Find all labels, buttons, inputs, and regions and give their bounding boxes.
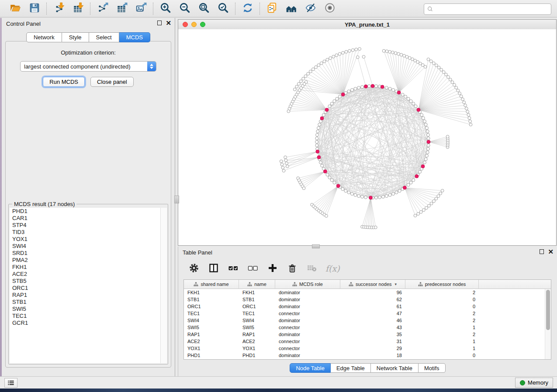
close-table-panel-icon[interactable]: ✕ — [548, 249, 554, 254]
export-table-button[interactable] — [114, 2, 129, 16]
cell-MCDS-role[interactable]: dominator — [275, 289, 340, 296]
mcds-node-item[interactable]: STB5 — [10, 278, 160, 285]
cell-predecessor-nodes[interactable]: 2 — [405, 289, 479, 296]
cell-MCDS-role[interactable]: connector — [275, 310, 340, 317]
vertical-splitter-handle[interactable] — [174, 196, 179, 203]
tab-network-table[interactable]: Network Table — [371, 363, 419, 373]
mcds-node-item[interactable]: CAR1 — [10, 215, 160, 222]
window-close-icon[interactable] — [183, 22, 188, 27]
tab-style[interactable]: Style — [62, 32, 89, 42]
network-window-titlebar[interactable]: YPA_prune.txt_1 — [178, 20, 556, 30]
show-columns-button[interactable] — [208, 262, 220, 275]
table-row[interactable]: FKH1FKH1dominator962 — [184, 289, 551, 296]
cell-MCDS-role[interactable]: connector — [275, 338, 340, 345]
show-all-button[interactable] — [322, 2, 337, 16]
task-history-button[interactable] — [4, 378, 17, 388]
delete-column-button[interactable] — [286, 262, 298, 275]
cell-MCDS-role[interactable]: dominator — [275, 303, 340, 310]
mcds-node-item[interactable]: RAP1 — [10, 292, 160, 299]
mcds-node-item[interactable]: GCR1 — [10, 320, 160, 327]
cell-shared-name[interactable]: SWI4 — [184, 317, 239, 324]
cell-shared-name[interactable]: YOX1 — [184, 345, 239, 352]
table-scrollbar-thumb[interactable] — [546, 290, 550, 330]
memory-button[interactable]: Memory — [515, 378, 553, 388]
cell-shared-name[interactable]: ORC1 — [184, 303, 239, 310]
close-panel-icon[interactable]: ✕ — [166, 21, 171, 25]
mcds-node-item[interactable]: SWI4 — [10, 243, 160, 250]
cell-name[interactable]: YOX1 — [239, 345, 275, 352]
table-row[interactable]: RAP1RAP1dominator352 — [184, 331, 551, 338]
column-header-shared-name[interactable]: shared name — [184, 280, 239, 289]
criterion-dropdown[interactable]: largest connected component (undirected) — [20, 61, 156, 72]
mcds-node-item[interactable]: STP4 — [10, 222, 160, 229]
cell-successor-nodes[interactable]: 43 — [340, 324, 405, 331]
cell-shared-name[interactable]: TEC1 — [184, 310, 239, 317]
cell-successor-nodes[interactable]: 62 — [340, 296, 405, 303]
cell-shared-name[interactable]: SWI5 — [184, 324, 239, 331]
mcds-node-item[interactable]: PMA2 — [10, 257, 160, 264]
import-table-button[interactable] — [71, 2, 86, 16]
zoom-selected-button[interactable] — [216, 2, 231, 16]
cell-predecessor-nodes[interactable]: 0 — [405, 296, 479, 303]
cell-shared-name[interactable]: FKH1 — [184, 289, 239, 296]
run-mcds-button[interactable]: Run MCDS — [43, 77, 85, 87]
search-input[interactable] — [436, 5, 551, 14]
mcds-node-item[interactable]: FKH1 — [10, 264, 160, 271]
cell-name[interactable]: SWI4 — [239, 317, 275, 324]
cell-predecessor-nodes[interactable]: 1 — [405, 338, 479, 345]
cell-MCDS-role[interactable]: connector — [275, 324, 340, 331]
cell-shared-name[interactable]: PHD1 — [184, 352, 239, 359]
table-row[interactable]: PHD1PHD1dominator180 — [184, 352, 551, 359]
cell-MCDS-role[interactable]: dominator — [275, 352, 340, 359]
cell-predecessor-nodes[interactable]: 2 — [405, 331, 479, 338]
cell-predecessor-nodes[interactable]: 1 — [405, 345, 479, 352]
cell-predecessor-nodes[interactable]: 1 — [405, 324, 479, 331]
cell-successor-nodes[interactable]: 18 — [340, 352, 405, 359]
cell-predecessor-nodes[interactable]: 0 — [405, 352, 479, 359]
zoom-in-button[interactable] — [158, 2, 173, 16]
window-minimize-icon[interactable] — [191, 22, 197, 27]
table-row[interactable]: ORC1ORC1dominator610 — [184, 303, 551, 310]
apply-layout-button[interactable] — [240, 2, 255, 16]
import-network-button[interactable] — [52, 2, 66, 16]
cell-name[interactable]: FKH1 — [239, 289, 275, 296]
mcds-result-list[interactable]: PHD1CAR1STP4TID3YOX1SWI4SRD1PMA2FKH1ACE2… — [10, 208, 161, 363]
add-column-button[interactable] — [266, 262, 279, 275]
zoom-fit-button[interactable] — [197, 2, 211, 16]
mcds-node-item[interactable]: ORC1 — [10, 285, 160, 292]
cell-MCDS-role[interactable]: dominator — [275, 296, 340, 303]
cell-name[interactable]: ACE2 — [239, 338, 275, 345]
mcds-node-item[interactable]: YOX1 — [10, 236, 160, 243]
cell-successor-nodes[interactable]: 96 — [340, 289, 405, 296]
export-image-button[interactable] — [134, 2, 149, 16]
cell-MCDS-role[interactable]: dominator — [275, 317, 340, 324]
clone-network-button[interactable] — [265, 2, 280, 16]
column-header-MCDS-role[interactable]: MCDS role — [275, 280, 340, 289]
table-row[interactable]: SWI5SWI5connector431 — [184, 324, 551, 331]
cell-MCDS-role[interactable]: dominator — [275, 331, 340, 338]
save-session-button[interactable] — [27, 2, 42, 16]
tab-node-table[interactable]: Node Table — [290, 363, 331, 373]
column-header-predecessor-nodes[interactable]: predecessor nodes — [405, 280, 479, 289]
column-header-name[interactable]: name — [239, 280, 275, 289]
float-panel-icon[interactable] — [157, 21, 162, 25]
mcds-node-item[interactable]: STB1 — [10, 299, 160, 306]
cell-name[interactable]: RAP1 — [239, 331, 275, 338]
export-network-button[interactable] — [95, 2, 110, 16]
mcds-list-scrollbar[interactable] — [160, 208, 167, 363]
mcds-node-item[interactable]: TID3 — [10, 229, 160, 236]
mcds-node-item[interactable]: SWI5 — [10, 306, 160, 313]
table-row[interactable]: YOX1YOX1connector291 — [184, 345, 551, 352]
tab-mcds[interactable]: MCDS — [119, 32, 150, 42]
tab-edge-table[interactable]: Edge Table — [331, 363, 371, 373]
cell-shared-name[interactable]: RAP1 — [184, 331, 239, 338]
cell-successor-nodes[interactable]: 31 — [340, 338, 405, 345]
cell-name[interactable]: STB1 — [239, 296, 275, 303]
cell-MCDS-role[interactable]: connector — [275, 345, 340, 352]
cell-name[interactable]: PHD1 — [239, 352, 275, 359]
cell-name[interactable]: ORC1 — [239, 303, 275, 310]
cell-shared-name[interactable]: STB1 — [184, 296, 239, 303]
window-zoom-icon[interactable] — [200, 22, 205, 27]
zoom-out-button[interactable] — [177, 2, 192, 16]
select-all-button[interactable] — [227, 262, 239, 275]
